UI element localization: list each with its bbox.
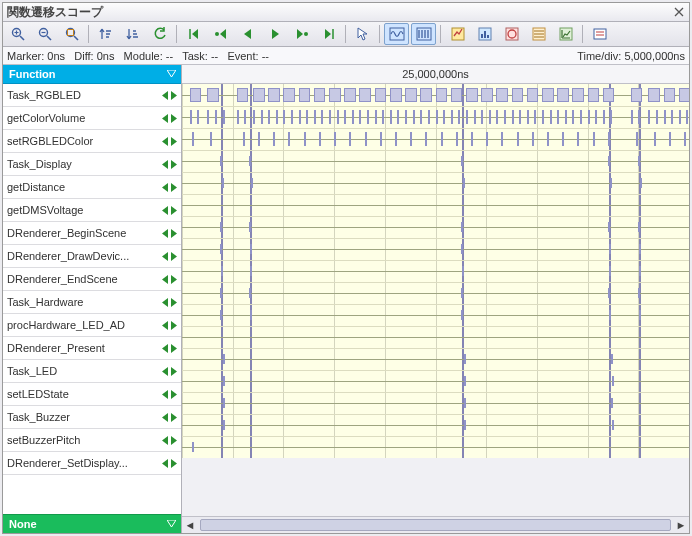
prev-event-icon[interactable] bbox=[162, 390, 169, 399]
activity-spike bbox=[244, 110, 246, 124]
horizontal-scrollbar[interactable]: ◄ ► bbox=[182, 516, 689, 533]
prev-event-icon[interactable] bbox=[162, 459, 169, 468]
skip-start-icon[interactable] bbox=[181, 23, 206, 45]
next-event-icon[interactable] bbox=[170, 367, 177, 376]
prev-event-icon[interactable] bbox=[162, 183, 169, 192]
toggle-waves-icon[interactable] bbox=[384, 23, 409, 45]
function-row[interactable]: Task_Display bbox=[3, 153, 181, 176]
function-row[interactable]: DRenderer_DrawDevic... bbox=[3, 245, 181, 268]
function-row[interactable]: setLEDState bbox=[3, 383, 181, 406]
function-row[interactable]: setRGBLEDColor bbox=[3, 130, 181, 153]
prev-event-icon[interactable] bbox=[162, 160, 169, 169]
activity-spike bbox=[319, 132, 321, 146]
footer-none[interactable]: None bbox=[3, 514, 181, 533]
chart2-icon[interactable] bbox=[472, 23, 497, 45]
next-event-icon[interactable] bbox=[170, 206, 177, 215]
activity-spike bbox=[638, 222, 640, 232]
prev-event-icon[interactable] bbox=[162, 344, 169, 353]
timeline[interactable] bbox=[182, 84, 689, 516]
nav-arrows bbox=[162, 413, 181, 422]
zoom-fit-icon[interactable] bbox=[59, 23, 84, 45]
activity-spike bbox=[380, 132, 382, 146]
next-event-icon[interactable] bbox=[170, 344, 177, 353]
event-value: -- bbox=[262, 50, 269, 62]
function-name: procHardware_LED_AD bbox=[3, 319, 162, 331]
timeline-row bbox=[182, 304, 689, 327]
prev-event-icon[interactable] bbox=[162, 298, 169, 307]
prev-event-icon[interactable] bbox=[162, 413, 169, 422]
next-event-icon[interactable] bbox=[170, 321, 177, 330]
function-row[interactable]: getColorVolume bbox=[3, 107, 181, 130]
sort-desc-icon[interactable] bbox=[120, 23, 145, 45]
function-row[interactable]: procHardware_LED_AD bbox=[3, 314, 181, 337]
scroll-thumb[interactable] bbox=[200, 519, 671, 531]
function-header[interactable]: Function bbox=[3, 65, 181, 84]
activity-block bbox=[481, 88, 493, 102]
activity-block bbox=[603, 88, 615, 102]
function-row[interactable]: DRenderer_SetDisplay... bbox=[3, 452, 181, 475]
function-row[interactable]: setBuzzerPitch bbox=[3, 429, 181, 452]
activity-spike bbox=[542, 110, 544, 124]
toggle-bars-icon[interactable] bbox=[411, 23, 436, 45]
prev-event-icon[interactable] bbox=[162, 321, 169, 330]
next-event-icon[interactable] bbox=[170, 91, 177, 100]
prev-event-icon[interactable] bbox=[162, 275, 169, 284]
next-event-icon[interactable] bbox=[170, 390, 177, 399]
function-row[interactable]: Task_Hardware bbox=[3, 291, 181, 314]
close-button[interactable] bbox=[671, 5, 687, 19]
chart5-icon[interactable] bbox=[553, 23, 578, 45]
activity-spike bbox=[395, 132, 397, 146]
next-event-icon[interactable] bbox=[170, 298, 177, 307]
next-event-icon[interactable] bbox=[170, 252, 177, 261]
activity-spike bbox=[220, 310, 222, 320]
refresh-icon[interactable] bbox=[147, 23, 172, 45]
prev-event-icon[interactable] bbox=[162, 114, 169, 123]
next-event-icon[interactable] bbox=[170, 160, 177, 169]
function-row[interactable]: getDMSVoltage bbox=[3, 199, 181, 222]
cursor-sel-icon[interactable] bbox=[350, 23, 375, 45]
prev-event-icon[interactable] bbox=[162, 229, 169, 238]
config-icon[interactable] bbox=[587, 23, 612, 45]
scroll-right-icon[interactable]: ► bbox=[673, 517, 689, 533]
next-event-icon[interactable] bbox=[170, 137, 177, 146]
next-event-icon[interactable] bbox=[170, 413, 177, 422]
prev-event-icon[interactable] bbox=[162, 367, 169, 376]
next-event-icon[interactable] bbox=[170, 436, 177, 445]
activity-spike bbox=[268, 110, 270, 124]
function-row[interactable]: Task_LED bbox=[3, 360, 181, 383]
prev-event-icon[interactable] bbox=[162, 91, 169, 100]
function-row[interactable]: Task_Buzzer bbox=[3, 406, 181, 429]
step-fwd-icon[interactable] bbox=[289, 23, 314, 45]
activity-block bbox=[648, 88, 660, 102]
prev-event-icon[interactable] bbox=[162, 206, 169, 215]
prev-event-icon[interactable] bbox=[162, 137, 169, 146]
function-row[interactable]: DRenderer_Present bbox=[3, 337, 181, 360]
function-list: Task_RGBLEDgetColorVolumesetRGBLEDColorT… bbox=[3, 84, 181, 514]
next-event-icon[interactable] bbox=[170, 229, 177, 238]
skip-end-icon[interactable] bbox=[316, 23, 341, 45]
timeline-row bbox=[182, 84, 689, 107]
play-back-icon[interactable] bbox=[235, 23, 260, 45]
chart3-icon[interactable] bbox=[499, 23, 524, 45]
function-row[interactable]: DRenderer_BeginScene bbox=[3, 222, 181, 245]
next-event-icon[interactable] bbox=[170, 114, 177, 123]
function-row[interactable]: DRenderer_EndScene bbox=[3, 268, 181, 291]
function-name: DRenderer_BeginScene bbox=[3, 227, 162, 239]
chart1-icon[interactable] bbox=[445, 23, 470, 45]
function-row[interactable]: getDistance bbox=[3, 176, 181, 199]
prev-event-icon[interactable] bbox=[162, 252, 169, 261]
zoom-out-icon[interactable] bbox=[32, 23, 57, 45]
step-back-icon[interactable] bbox=[208, 23, 233, 45]
activity-spike bbox=[631, 110, 633, 124]
function-row[interactable]: Task_RGBLED bbox=[3, 84, 181, 107]
sort-asc-icon[interactable] bbox=[93, 23, 118, 45]
chart4-icon[interactable] bbox=[526, 23, 551, 45]
play-fwd-icon[interactable] bbox=[262, 23, 287, 45]
next-event-icon[interactable] bbox=[170, 459, 177, 468]
prev-event-icon[interactable] bbox=[162, 436, 169, 445]
next-event-icon[interactable] bbox=[170, 275, 177, 284]
diff-value: 0ns bbox=[97, 50, 115, 62]
scroll-left-icon[interactable]: ◄ bbox=[182, 517, 198, 533]
zoom-in-icon[interactable] bbox=[5, 23, 30, 45]
next-event-icon[interactable] bbox=[170, 183, 177, 192]
